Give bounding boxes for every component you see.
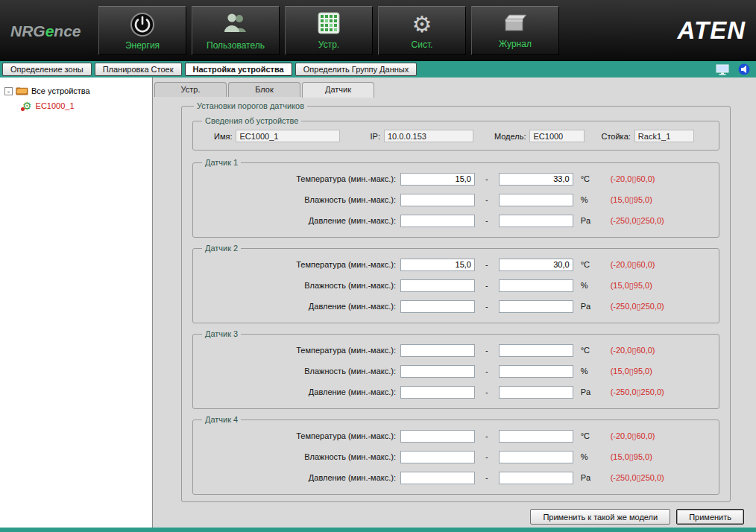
tab-device[interactable]: Устр. xyxy=(154,82,227,97)
nav-energy[interactable]: Энергия xyxy=(98,6,186,55)
sensor-3-hum-max-input[interactable] xyxy=(499,365,573,378)
humidity-range-hint: (15,0▯95,0) xyxy=(611,281,652,291)
device-tree-sidebar: - Все устройства ⚙ EC1000_1 xyxy=(0,77,153,528)
sensor-3-hum-min-input[interactable] xyxy=(400,365,475,378)
content-tabstrip: Устр. Блок Датчик xyxy=(153,82,756,97)
brand-suffix: nce xyxy=(54,22,81,39)
nav-device[interactable]: Устр. xyxy=(285,6,373,55)
range-dash: - xyxy=(485,281,488,290)
temperature-label: Температура (мин.-макс.): xyxy=(199,174,400,183)
tab-block[interactable]: Блок xyxy=(228,82,300,97)
temperature-unit: °C xyxy=(581,260,600,269)
humidity-unit: % xyxy=(581,195,600,204)
temperature-unit: °C xyxy=(581,431,600,440)
nav-journal[interactable]: Журнал xyxy=(471,6,559,55)
range-dash: - xyxy=(485,195,488,204)
sensor-1-title: Датчик 1 xyxy=(202,158,241,167)
ip-field[interactable] xyxy=(384,130,473,142)
toolbar-right-icons xyxy=(716,63,750,75)
humidity-range-hint: (15,0▯95,0) xyxy=(611,195,652,205)
sensor-thresholds-group: Установки порогов датчиков Сведения об у… xyxy=(181,101,731,502)
humidity-label: Влажность (мин.-макс.): xyxy=(199,195,400,204)
sensor-2-hum-min-input[interactable] xyxy=(400,279,475,292)
brand-prefix: NRG xyxy=(10,22,45,39)
sensor-3-temp-min-input[interactable] xyxy=(400,344,475,357)
action-buttons-row: Применить к такой же модели Применить xyxy=(153,509,744,525)
sensor-1-pres-min-input[interactable] xyxy=(400,215,475,227)
range-dash: - xyxy=(485,452,488,461)
pressure-label: Давление (мин.-макс.): xyxy=(199,473,400,482)
humidity-label: Влажность (мин.-макс.): xyxy=(199,367,400,376)
device-setup-button[interactable]: Настройка устройства xyxy=(185,63,292,76)
apply-button[interactable]: Применить xyxy=(676,509,744,525)
range-dash: - xyxy=(485,346,488,355)
temperature-range-hint: (-20,0▯60,0) xyxy=(611,431,655,441)
speaker-icon[interactable] xyxy=(738,63,750,75)
sensor-thresholds-title: Установки порогов датчиков xyxy=(194,101,307,110)
temperature-range-hint: (-20,0▯60,0) xyxy=(611,260,655,270)
temperature-label: Температура (мин.-макс.): xyxy=(199,346,400,355)
range-dash: - xyxy=(485,431,488,440)
sensor-2-pres-max-input[interactable] xyxy=(499,300,573,313)
sensor-3-pres-min-input[interactable] xyxy=(400,386,475,399)
data-group-button[interactable]: Определить Группу Данных xyxy=(295,63,418,76)
monitor-icon[interactable] xyxy=(716,64,729,75)
bottom-bar xyxy=(0,528,756,532)
sensor-4-pres-max-input[interactable] xyxy=(499,472,573,484)
sensor-2-temp-min-input[interactable] xyxy=(400,259,475,271)
nav-device-label: Устр. xyxy=(318,39,339,50)
model-label: Модель: xyxy=(494,132,526,141)
tree-item-device[interactable]: ⚙ EC1000_1 xyxy=(3,98,149,113)
pressure-range-hint: (-250,0▯250,0) xyxy=(611,302,664,311)
sensor-4-temp-max-input[interactable] xyxy=(499,430,573,443)
temperature-range-hint: (-20,0▯60,0) xyxy=(611,346,655,355)
sensor-2-hum-max-input[interactable] xyxy=(499,279,573,292)
range-dash: - xyxy=(485,260,488,269)
apply-same-model-button[interactable]: Применить к такой же модели xyxy=(530,509,670,525)
zone-definition-button[interactable]: Определение зоны xyxy=(2,63,92,76)
sensor-1-temp-min-input[interactable] xyxy=(400,173,475,186)
sensor-1-temp-max-input[interactable] xyxy=(499,173,573,186)
sensor-4-group: Датчик 4 Температура (мин.-макс.): - °C … xyxy=(192,415,719,495)
name-field[interactable] xyxy=(236,130,340,142)
rack-label: Стойка: xyxy=(601,132,630,141)
nav-user[interactable]: Пользователь xyxy=(192,6,280,55)
pressure-label: Давление (мин.-макс.): xyxy=(199,216,400,225)
pressure-label: Давление (мин.-макс.): xyxy=(199,387,400,396)
sensor-2-pres-min-input[interactable] xyxy=(400,300,475,313)
device-gear-icon: ⚙ xyxy=(22,101,32,111)
nav-energy-label: Энергия xyxy=(125,40,160,51)
ip-label: IP: xyxy=(370,132,379,141)
temperature-label: Температура (мин.-макс.): xyxy=(199,260,400,269)
rack-planning-button[interactable]: Планировка Стоек xyxy=(95,63,182,76)
sensor-3-group: Датчик 3 Температура (мин.-макс.): - °C … xyxy=(192,329,719,409)
sensor-4-temp-min-input[interactable] xyxy=(400,430,475,443)
function-toolbar: Определение зоны Планировка Стоек Настро… xyxy=(0,61,756,77)
sensor-2-temp-max-input[interactable] xyxy=(499,259,573,271)
collapse-icon[interactable]: - xyxy=(4,87,13,95)
sensor-4-humidity-row: Влажность (мин.-макс.): - % (15,0▯95,0) xyxy=(199,446,713,467)
sensor-1-pressure-row: Давление (мин.-макс.): - Pa (-250,0▯250,… xyxy=(199,210,713,231)
range-dash: - xyxy=(485,473,488,482)
sensor-4-pres-min-input[interactable] xyxy=(400,472,475,484)
tab-sensor[interactable]: Датчик xyxy=(302,82,374,98)
pressure-label: Давление (мин.-макс.): xyxy=(199,302,400,311)
tree-root-all-devices[interactable]: - Все устройства xyxy=(3,83,149,98)
humidity-label: Влажность (мин.-макс.): xyxy=(199,281,400,290)
sensor-3-pres-max-input[interactable] xyxy=(499,386,573,399)
sensor-1-hum-min-input[interactable] xyxy=(400,194,475,206)
temperature-label: Температура (мин.-макс.): xyxy=(199,431,400,440)
top-bar: NRGence Энергия xyxy=(0,0,756,61)
sensor-1-pres-max-input[interactable] xyxy=(499,215,573,227)
nav-system[interactable]: ⚙ Сист. xyxy=(378,6,466,55)
sensor-1-hum-max-input[interactable] xyxy=(499,194,573,206)
sensor-2-group: Датчик 2 Температура (мин.-макс.): - °C … xyxy=(192,244,719,323)
sensor-3-temp-max-input[interactable] xyxy=(499,344,573,357)
sensor-3-title: Датчик 3 xyxy=(202,329,241,338)
sensor-4-hum-min-input[interactable] xyxy=(400,451,475,463)
nav-system-label: Сист. xyxy=(412,39,433,50)
sensor-4-hum-max-input[interactable] xyxy=(499,451,573,463)
nav-user-label: Пользователь xyxy=(207,40,265,51)
rack-field[interactable] xyxy=(634,130,694,142)
model-field[interactable] xyxy=(529,130,585,142)
